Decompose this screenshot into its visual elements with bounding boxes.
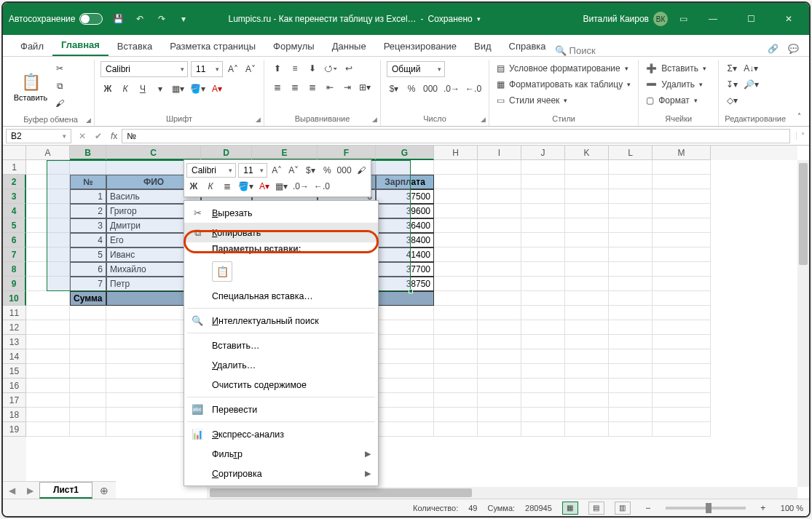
cell[interactable] xyxy=(609,364,653,379)
cell[interactable] xyxy=(376,335,434,349)
cell[interactable] xyxy=(26,291,70,306)
col-header-I[interactable]: I xyxy=(478,146,521,160)
mini-font-color-icon[interactable]: A▾ xyxy=(257,179,272,194)
mini-inc-dec-icon[interactable]: .0→ xyxy=(291,179,310,194)
mini-format-painter-icon[interactable]: 🖌 xyxy=(354,163,368,178)
currency-icon[interactable]: $▾ xyxy=(387,82,401,96)
close-button[interactable]: ✕ xyxy=(774,3,803,35)
cell[interactable]: 38400 xyxy=(376,233,434,247)
tab-layout[interactable]: Разметка страницы xyxy=(161,36,264,56)
col-header-B[interactable]: B xyxy=(70,146,106,160)
conditional-format-button[interactable]: ▤Условное форматирование▾ xyxy=(495,61,632,76)
cell[interactable] xyxy=(70,306,106,320)
cell[interactable] xyxy=(653,189,711,204)
cell[interactable] xyxy=(521,349,565,364)
zoom-level[interactable]: 100 % xyxy=(781,504,803,512)
cell[interactable]: 4 xyxy=(70,233,106,247)
cell[interactable]: 6 xyxy=(70,262,106,277)
tab-view[interactable]: Вид xyxy=(465,36,500,56)
cell[interactable] xyxy=(26,320,70,335)
row-header-8[interactable]: 8 xyxy=(3,262,26,277)
menu-smart-lookup[interactable]: 🔍Интеллектуальный поиск xyxy=(184,311,378,330)
collapse-ribbon-icon[interactable]: ˄ xyxy=(792,108,806,123)
cell[interactable] xyxy=(609,320,653,335)
merge-icon[interactable]: ⊞▾ xyxy=(358,80,372,95)
menu-insert[interactable]: Вставить… xyxy=(184,336,378,355)
maximize-button[interactable]: ☐ xyxy=(736,3,765,35)
cell[interactable]: 37700 xyxy=(376,262,434,277)
cell[interactable] xyxy=(70,320,106,335)
row-header-19[interactable]: 19 xyxy=(3,422,26,437)
cell[interactable] xyxy=(565,408,609,422)
row-header-11[interactable]: 11 xyxy=(3,306,26,320)
cell[interactable] xyxy=(609,189,653,204)
tab-file[interactable]: Файл xyxy=(12,36,52,56)
cell[interactable] xyxy=(653,160,711,175)
delete-cells-button[interactable]: ➖Удалить▾ xyxy=(645,77,712,92)
tab-insert[interactable]: Вставка xyxy=(109,36,161,56)
row-header-9[interactable]: 9 xyxy=(3,277,26,291)
cell[interactable] xyxy=(565,189,609,204)
cell[interactable] xyxy=(434,233,478,247)
cell[interactable] xyxy=(609,349,653,364)
cell[interactable] xyxy=(609,247,653,262)
borders-icon[interactable]: ▦▾ xyxy=(170,82,186,96)
cell[interactable] xyxy=(434,247,478,262)
paste-option-default[interactable]: 📋 xyxy=(212,261,232,282)
menu-clear[interactable]: Очистить содержимое xyxy=(184,375,378,395)
cell[interactable] xyxy=(653,306,711,320)
cell[interactable]: Зарплата xyxy=(376,175,434,189)
cell[interactable] xyxy=(478,320,521,335)
cell[interactable] xyxy=(26,364,70,379)
shrink-font-icon[interactable]: A˅ xyxy=(243,62,258,76)
cell[interactable] xyxy=(70,160,106,175)
cell[interactable]: 37500 xyxy=(376,189,434,204)
cell[interactable] xyxy=(70,364,106,379)
cell[interactable] xyxy=(521,291,565,306)
dec-decimal-icon[interactable]: ←.0 xyxy=(464,82,483,96)
cell[interactable] xyxy=(565,262,609,277)
col-header-A[interactable]: A xyxy=(26,146,70,160)
cell[interactable] xyxy=(376,320,434,335)
bold-button[interactable]: Ж xyxy=(100,82,115,96)
cell[interactable] xyxy=(653,277,711,291)
wrap-text-icon[interactable]: ↩ xyxy=(342,61,356,76)
cell[interactable]: 39600 xyxy=(376,204,434,218)
cell[interactable] xyxy=(653,204,711,218)
cell[interactable] xyxy=(565,291,609,306)
cell[interactable] xyxy=(376,422,434,437)
mini-font-name[interactable]: Calibri▾ xyxy=(186,163,236,178)
cell[interactable] xyxy=(653,175,711,189)
cell[interactable] xyxy=(478,408,521,422)
align-center-icon[interactable]: ≣ xyxy=(288,80,302,95)
cell[interactable] xyxy=(376,349,434,364)
cell[interactable] xyxy=(565,364,609,379)
align-top-icon[interactable]: ⬆ xyxy=(270,61,285,76)
cell[interactable] xyxy=(26,262,70,277)
cell[interactable] xyxy=(609,277,653,291)
cell[interactable] xyxy=(565,393,609,408)
col-header-G[interactable]: G xyxy=(376,146,434,160)
cell[interactable] xyxy=(376,291,434,306)
cell[interactable]: 41400 xyxy=(376,247,434,262)
cell[interactable] xyxy=(26,422,70,437)
align-right-icon[interactable]: ≣ xyxy=(305,80,320,95)
cell[interactable] xyxy=(653,349,711,364)
mini-bold[interactable]: Ж xyxy=(186,179,201,194)
cell[interactable] xyxy=(376,393,434,408)
cell[interactable] xyxy=(653,422,711,437)
tab-review[interactable]: Рецензирование xyxy=(375,36,465,56)
col-header-H[interactable]: H xyxy=(434,146,478,160)
minimize-button[interactable]: — xyxy=(698,3,728,35)
redo-icon[interactable]: ↷ xyxy=(155,12,168,25)
clear-icon[interactable]: ◇▾ xyxy=(725,93,739,108)
fx-icon[interactable]: fx xyxy=(106,131,122,141)
expand-formula-icon[interactable]: ˅ xyxy=(796,132,809,140)
share-button[interactable]: 🔗 xyxy=(765,41,780,56)
row-header-5[interactable]: 5 xyxy=(3,218,26,233)
cell[interactable] xyxy=(609,408,653,422)
cell[interactable] xyxy=(434,349,478,364)
cell[interactable] xyxy=(609,160,653,175)
font-color-icon[interactable]: A▾ xyxy=(210,82,224,96)
cell[interactable]: № xyxy=(70,175,106,189)
